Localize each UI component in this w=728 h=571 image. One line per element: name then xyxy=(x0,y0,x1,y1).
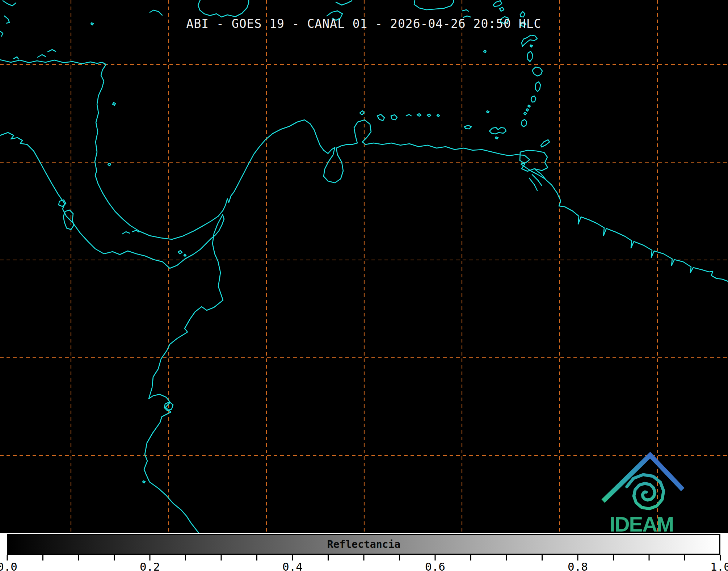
islet xyxy=(524,112,526,115)
islet xyxy=(527,51,533,62)
logo-hurricane-spiral-icon xyxy=(627,475,664,509)
islet xyxy=(377,114,384,121)
image-title: ABI - GOES 19 - CANAL 01 - 2026-04-26 20… xyxy=(186,17,542,31)
islet xyxy=(500,7,504,11)
colorbar-tick-label: 0.0 xyxy=(0,560,17,571)
coastline-delta-channel-3 xyxy=(529,178,537,190)
coastline-pacific-coast xyxy=(0,133,224,533)
islet xyxy=(427,114,431,117)
islet xyxy=(522,35,537,46)
coastline-hispaniola-n xyxy=(336,1,352,5)
islet xyxy=(489,127,506,134)
islet xyxy=(493,1,502,7)
coastline-lake-nicaragua xyxy=(63,210,74,230)
islet xyxy=(108,163,111,166)
islet xyxy=(14,57,18,59)
map-svg: IDEAM xyxy=(0,0,728,533)
islet xyxy=(535,82,540,92)
satellite-figure: IDEAM ABI - GOES 19 - CANAL 01 - 2026-04… xyxy=(0,0,728,571)
islet xyxy=(526,109,529,111)
islet xyxy=(484,50,486,53)
islet xyxy=(91,23,93,25)
islet xyxy=(360,111,364,115)
islet xyxy=(528,105,530,107)
islet xyxy=(150,10,162,15)
colorbar-tick-label: 0.6 xyxy=(425,560,445,571)
islet xyxy=(531,96,536,102)
islet xyxy=(417,114,421,116)
islet xyxy=(521,119,527,127)
islet xyxy=(533,67,542,76)
lat-lon-grid xyxy=(0,0,728,533)
islet xyxy=(437,114,439,117)
islet xyxy=(391,115,397,120)
islet xyxy=(178,251,182,254)
logo-text: IDEAM xyxy=(610,512,674,533)
coastline-tobago xyxy=(541,140,550,147)
colorbar-label: Reflectancia xyxy=(327,538,400,550)
islet xyxy=(122,232,130,234)
colorbar-tick-label: 0.4 xyxy=(282,560,303,571)
colorbar-tick-label: 1.0 xyxy=(710,560,728,571)
map-area: IDEAM ABI - GOES 19 - CANAL 01 - 2026-04… xyxy=(0,0,728,533)
islet xyxy=(530,45,533,47)
islet xyxy=(184,254,186,256)
islet xyxy=(495,137,498,139)
coastline-trinidad xyxy=(520,150,548,171)
islet xyxy=(462,10,468,11)
islet xyxy=(406,114,411,116)
islet xyxy=(0,31,3,36)
islet xyxy=(487,111,489,113)
colorbar-tick-label: 0.8 xyxy=(568,560,588,571)
islet xyxy=(48,50,56,52)
islet xyxy=(464,125,471,129)
islet xyxy=(38,55,46,57)
islet xyxy=(4,16,9,23)
islet xyxy=(143,481,145,483)
coastline-jamaica xyxy=(198,0,249,17)
islet xyxy=(113,102,115,105)
islet xyxy=(3,1,16,6)
colorbar-ticks xyxy=(0,555,728,562)
islet xyxy=(520,12,525,17)
coastline-puerto-rico xyxy=(414,0,454,10)
colorbar-tick-label: 0.2 xyxy=(140,560,160,571)
ideam-logo: IDEAM xyxy=(603,455,683,533)
